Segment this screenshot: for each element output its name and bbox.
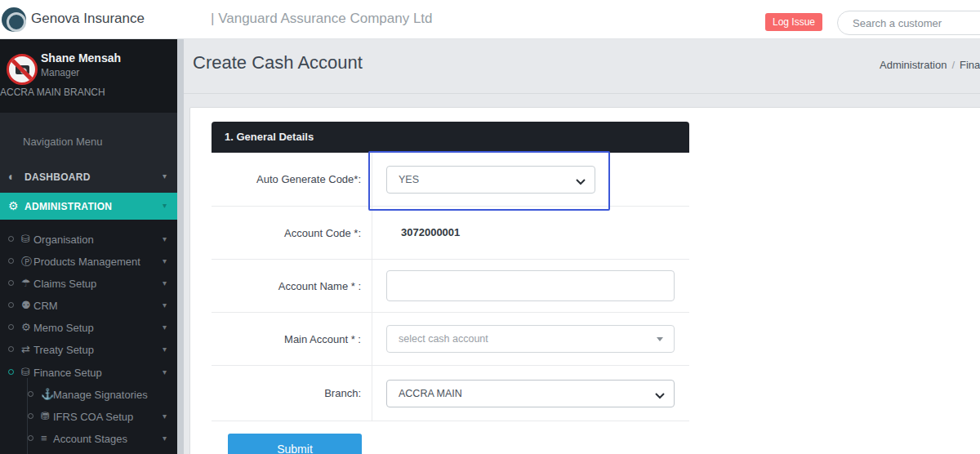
customer-search-input[interactable] xyxy=(837,11,980,35)
chevron-down-icon: ▾ xyxy=(163,256,167,265)
top-header: Genova Insurance | Vanguard Assurance Co… xyxy=(0,0,980,39)
branch-select[interactable]: ACCRA MAIN xyxy=(386,380,675,407)
account-name-input[interactable] xyxy=(386,270,675,301)
chevron-down-icon: ▾ xyxy=(163,278,167,287)
log-issue-button[interactable]: Log Issue xyxy=(765,13,822,31)
bullet-icon xyxy=(28,391,33,397)
company-title: | Vanguard Assurance Company Ltd xyxy=(211,11,433,27)
section-header: 1. General Details xyxy=(212,122,689,153)
chevron-down-icon: ▾ xyxy=(163,234,167,243)
bullet-icon xyxy=(8,280,14,286)
caret-down-icon xyxy=(657,337,663,341)
sidebar-item-dashboard[interactable]: ◐ DASHBOARD ▾ xyxy=(0,163,177,190)
sidebar-item-products-management[interactable]: Ⓟ Products Management ▾ xyxy=(0,251,177,273)
chevron-down-icon: ▾ xyxy=(163,201,167,210)
database-icon: ⛃ xyxy=(41,410,50,422)
sidebar-item-treaty-setup[interactable]: ⇄ Treaty Setup ▾ xyxy=(0,339,177,361)
sidebar-item-ifrs-coa-setup[interactable]: ⛃ IFRS COA Setup ▾ xyxy=(0,406,177,428)
bullet-icon xyxy=(28,413,33,419)
bullet-icon xyxy=(8,346,14,352)
chevron-down-icon: ▾ xyxy=(163,300,167,309)
bullet-icon xyxy=(8,236,14,242)
main-account-select[interactable]: select cash account xyxy=(386,325,675,353)
breadcrumb-separator: / xyxy=(947,59,960,71)
chevron-down-icon: ▾ xyxy=(163,345,167,354)
bullet-icon xyxy=(8,302,14,308)
bullet-icon xyxy=(8,324,14,330)
sidebar-item-manage-signatories[interactable]: ⚓ Manage Signatories xyxy=(0,384,177,406)
brand-title: Genova Insurance xyxy=(31,11,145,27)
branch-label: Branch: xyxy=(212,366,372,421)
gear-icon: ⚙ xyxy=(21,321,31,333)
account-name-row: Account Name * : xyxy=(212,260,689,313)
bank-icon: ⛁ xyxy=(21,366,30,378)
anchor-icon: ⚓ xyxy=(41,388,54,400)
users-icon: ⚉ xyxy=(21,299,31,311)
user-block: Shane Mensah Manager ACCRA MAIN BRANCH xyxy=(0,39,177,113)
submit-button[interactable]: Submit xyxy=(228,434,362,454)
auto-generate-row: Auto Generate Code*: YES xyxy=(212,153,689,207)
chevron-down-icon: ▾ xyxy=(163,412,167,421)
auto-generate-label: Auto Generate Code*: xyxy=(212,153,372,206)
form-panel: 1. General Details Auto Generate Code*: … xyxy=(189,107,980,454)
account-name-label: Account Name * : xyxy=(212,260,372,312)
sidebar-item-account-stages[interactable]: ≡ Account Stages ▾ xyxy=(0,428,177,450)
sidebar: Shane Mensah Manager ACCRA MAIN BRANCH N… xyxy=(0,39,177,454)
bullet-icon xyxy=(28,435,33,441)
sidebar-item-label: DASHBOARD xyxy=(24,171,91,183)
chevron-down-icon: ▾ xyxy=(163,367,167,376)
account-code-value: 3072000001 xyxy=(401,226,460,238)
bank-icon: ⛁ xyxy=(21,233,30,245)
account-code-row: Account Code *: 3072000001 xyxy=(212,207,689,260)
sidebar-item-memo-setup[interactable]: ⚙ Memo Setup ▾ xyxy=(0,317,177,339)
branch-value: ACCRA MAIN xyxy=(399,388,462,399)
chevron-down-icon: ▾ xyxy=(163,171,167,180)
branch-row: Branch: ACCRA MAIN xyxy=(212,366,689,421)
exchange-icon: ⇄ xyxy=(21,343,30,355)
main-account-placeholder: select cash account xyxy=(399,333,488,345)
auto-generate-select[interactable]: YES xyxy=(386,166,595,194)
stages-icon: ≡ xyxy=(41,432,47,444)
page-title: Create Cash Account xyxy=(193,52,363,73)
page-titlebar: Create Cash Account Administration/Fina xyxy=(184,39,980,94)
user-role: Manager xyxy=(41,67,79,78)
slash-icon xyxy=(9,57,36,84)
chevron-down-icon: ▾ xyxy=(163,323,167,332)
products-icon: Ⓟ xyxy=(21,255,32,269)
chevron-down-icon xyxy=(576,176,586,188)
sidebar-item-claims-setup[interactable]: ☂ Claims Setup ▾ xyxy=(0,273,177,295)
main-account-label: Main Account * : xyxy=(212,313,372,365)
chevron-down-icon xyxy=(655,390,665,402)
dashboard-icon: ◐ xyxy=(8,170,15,183)
genova-logo-icon xyxy=(2,7,26,32)
main-account-row: Main Account * : select cash account xyxy=(212,313,689,366)
account-code-label: Account Code *: xyxy=(212,207,372,259)
user-branch: ACCRA MAIN BRANCH xyxy=(0,87,105,98)
gear-icon: ⚙ xyxy=(8,199,19,212)
sidebar-scrollbar[interactable] xyxy=(177,39,184,454)
bullet-icon xyxy=(8,369,14,375)
bullet-icon xyxy=(8,258,14,264)
sidebar-item-label: ADMINISTRATION xyxy=(24,201,112,212)
auto-generate-value: YES xyxy=(399,174,419,185)
breadcrumb-administration[interactable]: Administration xyxy=(880,59,947,71)
user-name: Shane Mensah xyxy=(41,51,121,65)
sidebar-item-crm[interactable]: ⚉ CRM ▾ xyxy=(0,295,177,317)
chevron-down-icon: ▾ xyxy=(163,434,167,443)
sidebar-item-organisation[interactable]: ⛁ Organisation ▾ xyxy=(0,229,177,251)
navigation-menu-label: Navigation Menu xyxy=(23,136,103,148)
breadcrumb: Administration/Fina xyxy=(880,59,980,71)
sidebar-item-administration[interactable]: ⚙ ADMINISTRATION ▾ xyxy=(0,193,177,220)
general-details-form: 1. General Details Auto Generate Code*: … xyxy=(212,122,689,421)
umbrella-icon: ☂ xyxy=(21,277,31,289)
no-camera-avatar-icon[interactable] xyxy=(7,54,38,85)
breadcrumb-finance[interactable]: Fina xyxy=(960,59,980,71)
